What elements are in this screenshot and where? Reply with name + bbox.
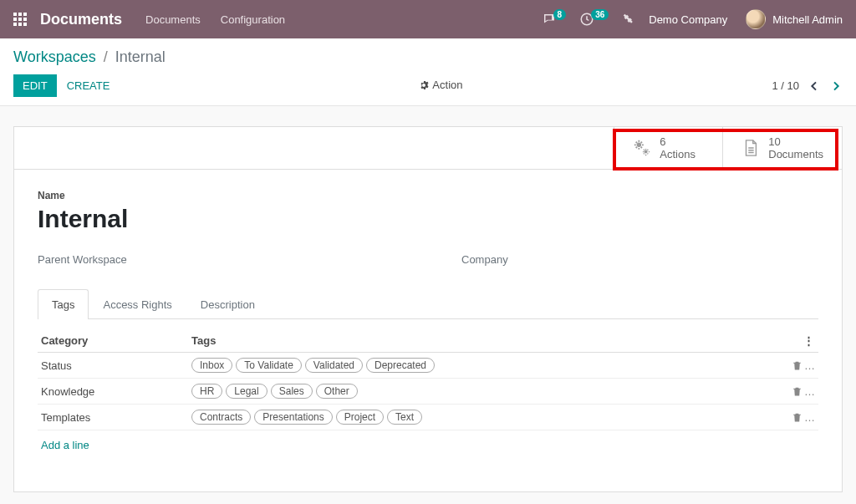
tag-pill[interactable]: Validated [305,358,363,373]
trash-icon[interactable] [792,412,802,423]
svg-rect-1 [18,13,22,16]
table-row[interactable]: KnowledgeHRLegalSalesOther [38,379,818,405]
svg-rect-5 [23,18,27,21]
document-icon [741,139,760,157]
company-selector[interactable]: Demo Company [649,13,727,26]
row-more-icon[interactable] [804,385,815,398]
stat-documents-label: Documents [768,148,823,160]
breadcrumb: Workspaces / Internal [13,48,843,66]
table-row[interactable]: TemplatesContractsPresentationsProjectTe… [38,405,818,430]
tag-pill[interactable]: HR [191,384,222,399]
stat-actions-label: Actions [660,148,696,160]
control-panel: Workspaces / Internal EDIT CREATE Action… [0,38,856,106]
action-label: Action [432,79,462,91]
tag-pill[interactable]: Presentations [254,410,332,425]
table-row[interactable]: StatusInboxTo ValidateValidatedDeprecate… [38,353,818,379]
pager-prev[interactable] [808,79,821,93]
form-sheet: Name Internal Parent Workspace Company T… [14,170,842,491]
row-tags: ContractsPresentationsProjectText [191,410,782,425]
tags-grid: Category Tags ⋮ StatusInboxTo ValidateVa… [38,329,818,451]
row-category: Knowledge [41,385,191,398]
svg-point-10 [637,143,642,148]
stat-actions-count: 6 [660,135,696,148]
row-category: Status [41,359,191,372]
add-line[interactable]: Add a line [38,430,818,451]
stat-buttons: 6 Actions 10 Documents [14,127,842,170]
company-label: Company [461,253,818,266]
svg-point-11 [645,150,648,154]
nav-configuration[interactable]: Configuration [221,13,285,26]
tag-pill[interactable]: Contracts [191,410,251,425]
trash-icon[interactable] [792,360,802,371]
user-menu[interactable]: Mitchell Admin [746,9,843,29]
tag-pill[interactable]: Text [387,410,422,425]
trash-icon[interactable] [792,386,802,397]
activity-count: 36 [591,9,609,20]
tag-pill[interactable]: Other [316,384,358,399]
row-actions [782,359,815,372]
svg-rect-3 [13,18,17,21]
topbar: Documents Documents Configuration 8 36 D… [0,0,856,38]
row-actions [782,385,815,398]
tab-tags[interactable]: Tags [38,289,89,319]
stat-documents[interactable]: 10 Documents [722,127,842,169]
row-more-icon[interactable] [804,411,815,424]
name-value: Internal [38,205,818,233]
create-button[interactable]: CREATE [67,79,110,92]
stat-actions[interactable]: 6 Actions [614,127,722,169]
tag-pill[interactable]: Legal [226,384,267,399]
row-actions [782,411,815,424]
user-name: Mitchell Admin [772,13,843,26]
svg-rect-2 [23,13,27,16]
edit-button[interactable]: EDIT [13,74,57,97]
form-card: 6 Actions 10 Documents Name Internal Par… [13,126,843,492]
action-dropdown[interactable]: Action [419,79,462,91]
debug-icon[interactable] [622,13,634,27]
nav-documents[interactable]: Documents [145,13,201,26]
grid-header: Category Tags ⋮ [38,329,818,353]
app-title: Documents [40,11,122,28]
apps-icon[interactable] [13,13,27,26]
form-view: 6 Actions 10 Documents Name Internal Par… [0,106,856,504]
activity-button[interactable]: 36 [579,12,609,27]
breadcrumb-sep: / [104,48,108,65]
tag-pill[interactable]: Sales [271,384,313,399]
notebook-tabs: Tags Access Rights Description [38,289,818,319]
tab-description[interactable]: Description [186,289,269,319]
avatar [746,9,766,29]
tab-access-rights[interactable]: Access Rights [89,289,186,319]
svg-rect-6 [13,23,17,26]
tag-pill[interactable]: Inbox [191,358,232,373]
toolbar: EDIT CREATE Action 1 / 10 [13,74,843,97]
gear-icon [419,80,429,90]
gears-icon [633,139,651,157]
row-category: Templates [41,411,191,424]
chat-button[interactable]: 8 [542,12,567,27]
column-options-icon[interactable]: ⋮ [803,334,815,347]
chat-count: 8 [553,9,567,20]
tag-pill[interactable]: Deprecated [366,358,435,373]
header-category: Category [41,334,191,347]
svg-rect-8 [23,23,27,26]
header-tags: Tags [191,334,782,347]
svg-rect-4 [18,18,22,21]
svg-rect-7 [18,23,22,26]
breadcrumb-root[interactable]: Workspaces [13,48,96,65]
pager-text[interactable]: 1 / 10 [772,79,799,92]
tag-pill[interactable]: To Validate [236,358,301,373]
row-tags: HRLegalSalesOther [191,384,782,399]
name-label: Name [38,190,818,201]
pager-next[interactable] [829,79,843,93]
row-tags: InboxTo ValidateValidatedDeprecated [191,358,782,373]
parent-workspace-label: Parent Workspace [38,253,395,266]
stat-documents-count: 10 [768,135,823,148]
svg-rect-0 [13,13,17,16]
breadcrumb-current: Internal [115,48,166,65]
pager: 1 / 10 [772,79,843,93]
row-more-icon[interactable] [804,359,815,372]
tag-pill[interactable]: Project [336,410,384,425]
